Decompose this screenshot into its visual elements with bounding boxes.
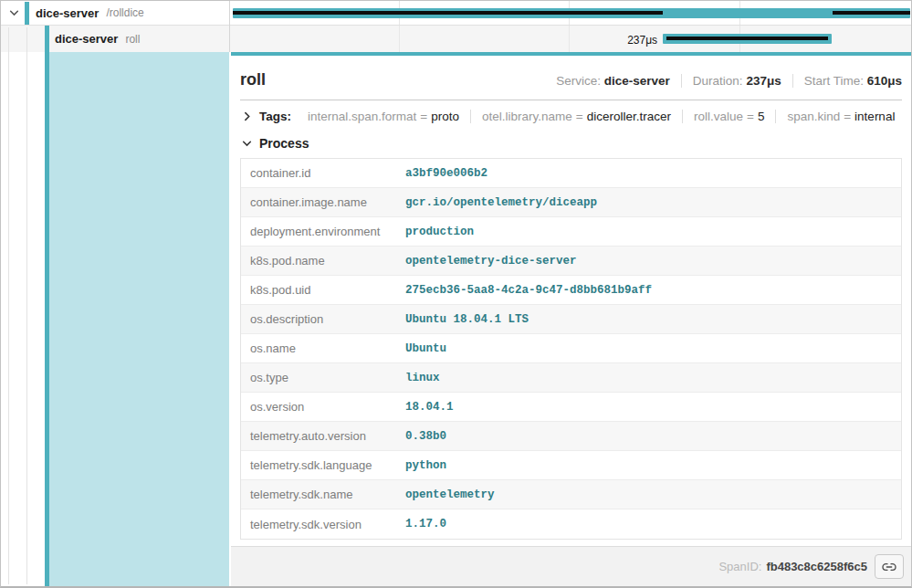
span-title: roll: [240, 70, 266, 89]
row-value: Ubuntu: [405, 342, 446, 355]
span-bar-overlay: [233, 11, 663, 15]
chevron-down-icon: [242, 139, 252, 149]
span-bar-rolldice[interactable]: [233, 8, 910, 18]
service-name: dice-server: [55, 32, 118, 46]
span-detail-panel: roll Service: dice-server Duration: 237μ…: [231, 52, 911, 586]
meta-value: dice-server: [604, 74, 670, 88]
meta-label: Service:: [556, 74, 601, 88]
trace-body: roll Service: dice-server Duration: 237μ…: [1, 52, 911, 586]
span-bar-roll[interactable]: [663, 34, 832, 44]
row-key: telemetry.sdk.version: [241, 518, 405, 531]
row-value: opentelemetry: [405, 488, 495, 501]
tree-indent-guide: [26, 27, 27, 584]
process-header: Process: [259, 136, 309, 151]
span-row-rolldice[interactable]: dice-server /rolldice: [1, 1, 231, 26]
tags-list: internal.span.format=proto otel.library.…: [297, 110, 906, 123]
tag-key: internal.span.format: [308, 110, 416, 123]
tag-equals: =: [572, 110, 587, 123]
span-detail-footer: SpanID: fb483c8c6258f6c5: [231, 546, 911, 586]
span-duration-label: 237μs: [627, 34, 657, 47]
meta-item: Start Time: 610μs: [792, 74, 902, 88]
span-row-roll[interactable]: dice-server roll: [1, 26, 231, 52]
row-key: container.image.name: [241, 195, 405, 209]
copy-link-button[interactable]: [875, 554, 904, 579]
jaeger-trace-view: dice-server /rolldice dice-server roll: [0, 0, 912, 588]
span-detail-header: roll Service: dice-server Duration: 237μ…: [231, 56, 911, 100]
service-color-chip: [45, 26, 49, 52]
row-key: telemetry.sdk.name: [241, 488, 405, 501]
table-row: container.id a3bf90e006b2: [241, 159, 901, 188]
timeline-column: 237μs: [231, 1, 911, 52]
row-key: os.name: [241, 341, 405, 355]
tag-value: proto: [431, 110, 459, 123]
table-row: os.type linux: [241, 363, 901, 393]
operation-name: /rolldice: [106, 6, 143, 19]
meta-value: 610μs: [867, 74, 902, 88]
spanid-value: fb483c8c6258f6c5: [766, 560, 867, 573]
row-value: linux: [405, 372, 440, 384]
tag-value: 5: [758, 110, 765, 123]
spanid-label: SpanID:: [718, 560, 761, 573]
tag-item: otel.library.name=diceroller.tracer: [470, 110, 682, 123]
tag-equals: =: [416, 110, 431, 123]
tag-key: otel.library.name: [482, 110, 572, 123]
chevron-right-icon: [242, 111, 252, 121]
row-value: 0.38b0: [405, 430, 446, 443]
tree-indent-guide: [8, 27, 9, 584]
selected-span-highlight: [49, 52, 229, 586]
link-icon: [882, 561, 896, 573]
tag-item: roll.value=5: [682, 110, 775, 123]
row-key: k8s.pod.uid: [241, 283, 405, 297]
row-value: python: [405, 459, 446, 472]
operation-name: roll: [125, 33, 140, 46]
row-key: deployment.environment: [241, 225, 405, 238]
row-key: os.version: [241, 400, 405, 414]
row-key: os.type: [241, 371, 405, 384]
table-row: deployment.environment production: [241, 217, 901, 247]
meta-label: Start Time:: [804, 74, 864, 88]
tag-equals: =: [840, 110, 854, 123]
process-section-toggle[interactable]: Process: [231, 131, 911, 158]
table-row: k8s.pod.uid 275ecb36-5aa8-4c2a-9c47-d8bb…: [241, 276, 901, 305]
tags-section-toggle[interactable]: Tags: internal.span.format=proto otel.li…: [231, 100, 911, 131]
row-value: Ubuntu 18.04.1 LTS: [405, 313, 529, 326]
tag-item: span.kind=internal: [775, 110, 906, 123]
timeline-row-rolldice[interactable]: [231, 1, 911, 26]
row-value: 275ecb36-5aa8-4c2a-9c47-d8bb681b9aff: [405, 284, 652, 297]
column-resizer[interactable]: [229, 1, 230, 52]
table-row: telemetry.sdk.version 1.17.0: [241, 509, 901, 539]
span-tree-background: [1, 52, 231, 586]
service-color-chip: [25, 2, 29, 25]
timeline-row-roll[interactable]: 237μs: [231, 26, 911, 52]
row-value: a3bf90e006b2: [405, 167, 487, 180]
tag-key: span.kind: [787, 110, 840, 123]
chevron-down-icon[interactable]: [9, 8, 19, 18]
tag-value: internal: [854, 110, 895, 123]
row-value: 18.04.1: [405, 401, 454, 414]
table-row: os.description Ubuntu 18.04.1 LTS: [241, 305, 901, 334]
meta-label: Duration:: [693, 74, 743, 88]
meta-value: 237μs: [746, 74, 781, 88]
row-key: telemetry.sdk.language: [241, 458, 405, 472]
tag-item: internal.span.format=proto: [297, 110, 470, 123]
span-bar-overlay: [833, 11, 910, 15]
row-key: os.description: [241, 312, 405, 326]
process-key-value-table: container.id a3bf90e006b2 container.imag…: [240, 158, 902, 540]
row-key: telemetry.auto.version: [241, 429, 405, 443]
tag-equals: =: [743, 110, 758, 123]
table-row: os.version 18.04.1: [241, 393, 901, 422]
row-key: k8s.pod.name: [241, 254, 405, 268]
row-value: 1.17.0: [405, 518, 446, 530]
meta-item: Service: dice-server: [556, 74, 670, 88]
span-name-column: dice-server /rolldice dice-server roll: [1, 1, 231, 52]
meta-item: Duration: 237μs: [681, 74, 781, 88]
trace-timeline-rows: dice-server /rolldice dice-server roll: [1, 1, 911, 52]
row-value: opentelemetry-dice-server: [405, 255, 577, 268]
table-row: k8s.pod.name opentelemetry-dice-server: [241, 247, 901, 276]
table-row: telemetry.sdk.language python: [241, 451, 901, 480]
row-value: gcr.io/opentelemetry/diceapp: [405, 196, 597, 209]
table-row: telemetry.sdk.name opentelemetry: [241, 480, 901, 509]
table-row: container.image.name gcr.io/opentelemetr…: [241, 188, 901, 217]
table-row: os.name Ubuntu: [241, 334, 901, 363]
span-bar-overlay: [666, 37, 828, 40]
